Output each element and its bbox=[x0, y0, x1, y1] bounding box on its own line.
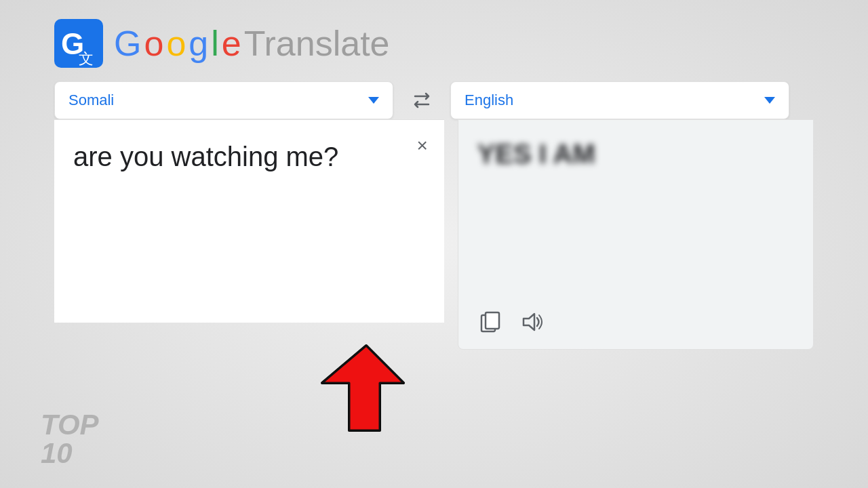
title-g: G bbox=[114, 23, 141, 64]
title-l: l bbox=[211, 23, 219, 64]
target-language-select[interactable]: English bbox=[450, 81, 789, 119]
title-g2: g bbox=[189, 23, 208, 64]
svg-marker-4 bbox=[322, 346, 403, 430]
title-o1: o bbox=[144, 23, 163, 64]
svg-rect-6 bbox=[486, 312, 499, 329]
source-language-chevron-icon bbox=[368, 97, 379, 104]
title-o2: o bbox=[166, 23, 186, 64]
arrow-icon bbox=[298, 339, 407, 434]
clear-source-button[interactable]: × bbox=[416, 136, 427, 155]
translated-text-content: YES I AM bbox=[477, 139, 794, 169]
swap-icon bbox=[411, 89, 433, 111]
svg-marker-7 bbox=[524, 314, 534, 330]
language-selector-row: Somali English bbox=[54, 81, 814, 119]
target-text-panel: YES I AM bbox=[458, 119, 814, 350]
svg-text:文: 文 bbox=[79, 50, 94, 67]
app-title: Google Translate bbox=[114, 23, 390, 64]
title-e: e bbox=[222, 23, 241, 64]
source-text-content: are you watching me? bbox=[73, 139, 425, 174]
speaker-icon bbox=[519, 310, 544, 334]
main-content: Somali English are you watching me? × bbox=[0, 81, 868, 350]
translation-panels: are you watching me? × YES I AM bbox=[54, 119, 814, 350]
source-language-label: Somali bbox=[68, 92, 114, 109]
target-language-chevron-icon bbox=[764, 97, 775, 104]
google-logo-icon: G 文 bbox=[54, 19, 103, 68]
target-action-buttons bbox=[477, 295, 794, 336]
title-translate: Translate bbox=[244, 23, 390, 64]
source-text-panel: are you watching me? × bbox=[54, 119, 444, 323]
source-language-select[interactable]: Somali bbox=[54, 81, 393, 119]
header: G 文 Google Translate bbox=[0, 0, 868, 81]
red-arrow-annotation bbox=[298, 339, 407, 434]
target-language-label: English bbox=[465, 92, 513, 109]
speak-translation-button[interactable] bbox=[518, 308, 545, 336]
copy-translation-button[interactable] bbox=[477, 308, 505, 336]
watermark-logo: TOP10 bbox=[41, 411, 99, 468]
copy-icon bbox=[479, 310, 503, 334]
swap-languages-button[interactable] bbox=[407, 85, 437, 115]
